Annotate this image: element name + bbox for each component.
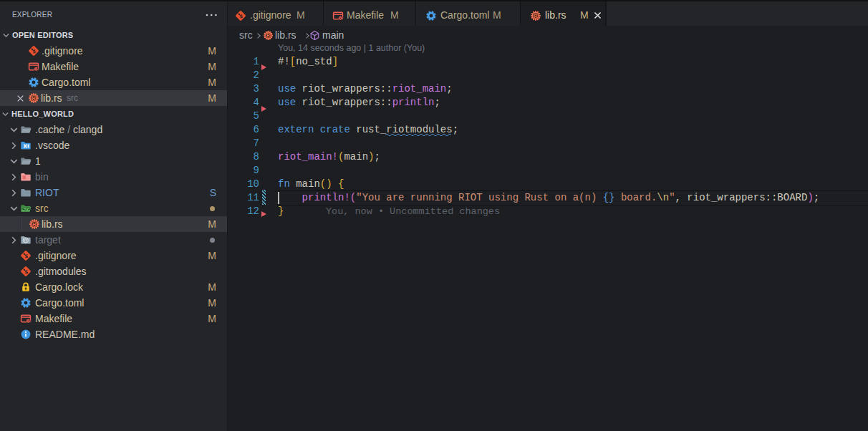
svg-text:R: R: [534, 14, 537, 19]
svg-text:R: R: [32, 96, 35, 101]
svg-text:R: R: [266, 33, 270, 38]
svg-text:R: R: [32, 222, 36, 227]
svg-text:</>: </>: [22, 207, 31, 212]
